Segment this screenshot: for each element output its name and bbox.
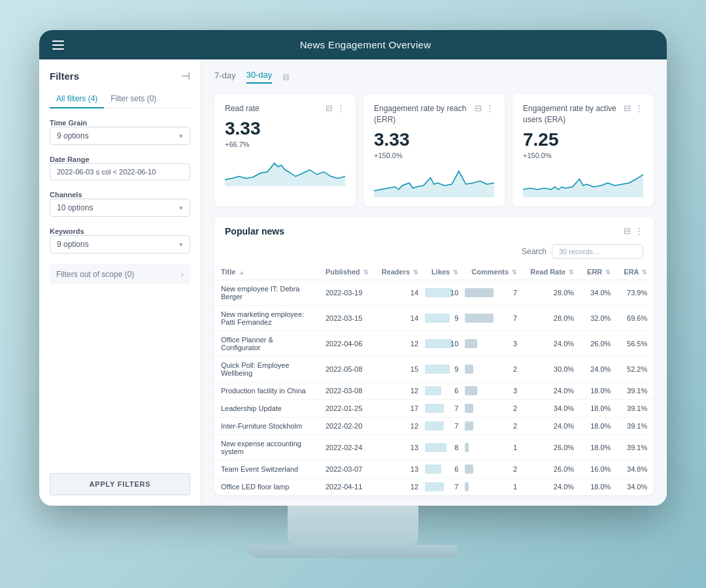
cell-title: Quick Poll: Employee Wellbeing <box>214 356 319 382</box>
channels-select[interactable]: 10 options ▾ <box>50 199 190 217</box>
cell-comments: 2 <box>465 460 524 478</box>
cell-published: 2022-05-08 <box>319 356 375 382</box>
table-row: Inter-Furniture Stockholm 2022-02-20 12 … <box>214 417 654 434</box>
date-range-section: Date Range 2022-06-03 ≤ col < 2022-06-10 <box>50 153 190 180</box>
chevron-down-icon: ▾ <box>179 240 183 249</box>
filters-out-label: Filters out of scope (0) <box>56 270 134 279</box>
cell-read-rate: 24.0% <box>524 382 580 399</box>
monitor-stand <box>288 506 418 545</box>
hamburger-menu[interactable] <box>52 41 64 50</box>
cell-err: 18.0% <box>580 417 617 434</box>
col-published: Published ⇅ <box>319 264 375 280</box>
sparkline-era <box>523 165 643 197</box>
cell-err: 24.0% <box>580 356 617 382</box>
time-grain-select[interactable]: 9 options ▾ <box>50 127 190 145</box>
metric-actions: ⊟ ⋮ <box>624 103 643 113</box>
cell-read-rate: 26.0% <box>524 434 580 460</box>
cell-readers: 17 <box>375 399 425 417</box>
cell-era: 39.1% <box>617 399 654 417</box>
tab-filter-sets[interactable]: Filter sets (0) <box>104 90 163 108</box>
metric-actions: ⊟ ⋮ <box>475 103 494 113</box>
news-table: Title ▲ Published ⇅ Readers ⇅ Likes ⇅ Co… <box>214 264 654 495</box>
cell-comments: 3 <box>465 331 524 356</box>
cell-likes: 6 <box>425 460 465 478</box>
time-grain-label: Time Grain <box>50 119 190 127</box>
filters-out-of-scope[interactable]: Filters out of scope (0) › <box>50 264 190 284</box>
cell-err: 16.0% <box>580 460 617 478</box>
filter-icon[interactable]: ⊟ <box>624 103 631 113</box>
cell-era: 39.1% <box>617 434 654 460</box>
cell-err: 18.0% <box>580 478 617 495</box>
cell-likes: 10 <box>425 331 465 356</box>
tab-all-filters[interactable]: All filters (4) <box>50 90 104 108</box>
table-row: Production facility in China 2022-03-08 … <box>214 382 654 399</box>
keywords-select[interactable]: 9 options ▾ <box>50 235 190 253</box>
filter-icon[interactable]: ⊟ <box>326 103 333 113</box>
time-grain-value: 9 options <box>57 131 89 140</box>
apply-filters-button[interactable]: APPLY FILTERS <box>50 473 190 495</box>
more-icon[interactable]: ⋮ <box>486 103 494 113</box>
filter-icon[interactable]: ⊟ <box>624 226 631 236</box>
date-range-value[interactable]: 2022-06-03 ≤ col < 2022-06-10 <box>50 163 190 180</box>
more-icon[interactable]: ⋮ <box>337 103 345 113</box>
cell-era: 39.1% <box>617 382 654 399</box>
cell-published: 2022-03-19 <box>319 280 375 305</box>
cell-readers: 12 <box>375 478 425 495</box>
cell-title: Office Planner & Configurator <box>214 331 319 356</box>
cell-comments: 7 <box>465 280 524 305</box>
metric-card-err: Engagement rate by reach (ERR) ⊟ ⋮ 3.33 … <box>363 94 505 206</box>
table-row: Office LED floor lamp 2022-04-11 12 7 1 … <box>214 478 654 495</box>
more-icon[interactable]: ⋮ <box>635 103 643 113</box>
metric-card-header: Engagement rate by active users (ERA) ⊟ … <box>523 103 643 125</box>
cell-title: Office LED floor lamp <box>214 478 319 495</box>
time-grain-section: Time Grain 9 options ▾ <box>50 116 190 145</box>
cell-likes: 7 <box>425 417 465 434</box>
cell-err: 18.0% <box>580 434 617 460</box>
sidebar-header: Filters ⊣ <box>50 70 190 82</box>
cell-title: New marketing employee: Patti Fernandez <box>214 305 319 331</box>
metric-change-err: +150.0% <box>374 152 494 159</box>
tab-30day[interactable]: 30-day <box>246 70 273 84</box>
popular-news-card: Popular news ⊟ ⋮ Search 30 records... <box>214 217 654 495</box>
cell-readers: 13 <box>375 434 425 460</box>
cell-title: Team Event Switzerland <box>214 460 319 478</box>
keywords-value: 9 options <box>57 240 89 249</box>
app-title: News Engagement Overview <box>77 39 654 50</box>
cell-era: 34.8% <box>617 460 654 478</box>
more-icon[interactable]: ⋮ <box>635 226 643 236</box>
collapse-button[interactable]: ⊣ <box>181 70 190 82</box>
cell-published: 2022-04-06 <box>319 331 375 356</box>
table-row: Leadership Update 2022-01-25 17 7 2 34.0… <box>214 399 654 417</box>
tab-7day[interactable]: 7-day <box>214 71 236 83</box>
table-row: New expense accounting system 2022-02-24… <box>214 434 654 460</box>
metric-title-era: Engagement rate by active users (ERA) <box>523 103 624 125</box>
cell-likes: 7 <box>425 478 465 495</box>
metric-change-read-rate: +66.7% <box>225 140 345 148</box>
cell-read-rate: 28.0% <box>524 280 580 305</box>
filter-tabs: All filters (4) Filter sets (0) <box>50 90 190 108</box>
metric-value-era: 7.25 <box>523 129 643 150</box>
channels-value: 10 options <box>57 203 93 212</box>
cell-published: 2022-03-15 <box>319 305 375 331</box>
metric-card-read-rate: Read rate ⊟ ⋮ 3.33 +66.7% <box>214 94 356 206</box>
cell-era: 34.0% <box>617 478 654 495</box>
cell-published: 2022-03-08 <box>319 382 375 399</box>
metric-title-err: Engagement rate by reach (ERR) <box>374 103 475 125</box>
search-input[interactable]: 30 records... <box>552 244 643 259</box>
cell-era: 56.5% <box>617 331 654 356</box>
cell-comments: 2 <box>465 417 524 434</box>
cell-published: 2022-03-07 <box>319 460 375 478</box>
cell-likes: 8 <box>425 434 465 460</box>
date-range-label: Date Range <box>50 155 190 163</box>
cell-published: 2022-02-24 <box>319 434 375 460</box>
cell-err: 18.0% <box>580 399 617 417</box>
cell-title: New expense accounting system <box>214 434 319 460</box>
cell-readers: 14 <box>375 305 425 331</box>
main-layout: Filters ⊣ All filters (4) Filter sets (0… <box>39 59 667 506</box>
filter-icon[interactable]: ⊟ <box>475 103 482 113</box>
cell-likes: 7 <box>425 399 465 417</box>
popular-news-actions: ⊟ ⋮ <box>624 226 643 236</box>
cell-readers: 12 <box>375 417 425 434</box>
cell-err: 18.0% <box>580 382 617 399</box>
col-read-rate: Read Rate ⇅ <box>524 264 580 280</box>
